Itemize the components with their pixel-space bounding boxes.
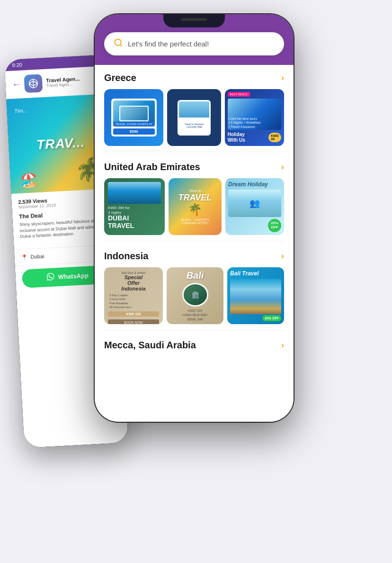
indonesia-section: Indonesia › bali tour & travel SpecialOf… (95, 243, 294, 328)
greece-header: Greece › (104, 73, 284, 83)
search-bar[interactable]: Let's find the perfect deal! (104, 32, 284, 55)
back-time: 9:20 (12, 62, 22, 68)
mecca-section: Mecca, Saudi Arabia › (95, 332, 294, 354)
main-phone: Let's find the perfect deal! Greece › (95, 14, 294, 422)
bali-label: Bali (187, 270, 204, 281)
greece-card-2[interactable]: Travel to Santorini+123-456-7890 (167, 89, 221, 146)
divider-2 (104, 241, 284, 241)
uae-card-3[interactable]: Dream Holiday 👥 20%OFF (225, 178, 284, 235)
svg-line-1 (33, 79, 34, 88)
mecca-arrow[interactable]: › (281, 340, 284, 350)
location-pin-icon: 📍 (21, 254, 28, 261)
greece-card-inner: TRAVEL TOURS STARTS AT $590 (111, 99, 157, 136)
search-placeholder: Let's find the perfect deal! (128, 40, 209, 48)
travel-big-text: TRAVEL (178, 193, 212, 203)
greece-photo-2: Travel to Santorini+123-456-7890 (178, 100, 211, 136)
special-offer-title: SpecialOfferIndonesia (108, 274, 159, 291)
time-to-text: Time to (178, 189, 212, 193)
hero-label: Tim... (14, 108, 27, 114)
greece-cards: TRAVEL TOURS STARTS AT $590 (104, 89, 284, 146)
indo-details: · 3 Day 2 nights · Luxury Hotel · Free B… (108, 293, 159, 309)
uae-card-2[interactable]: Time to TRAVEL 🌴 DUBAI · 4 NIGHTSKHAIRAN… (169, 178, 222, 235)
greece-card-3[interactable]: BEST DEALS • Get the best tours• 3 Night… (225, 89, 284, 146)
greece-title: Greece (104, 73, 136, 83)
phone-notch (163, 14, 225, 27)
indonesia-arrow[interactable]: › (281, 251, 284, 261)
hero-title: TRAV... (36, 135, 85, 153)
dream-holiday-text: Dream Holiday (228, 181, 281, 188)
indo-card-1[interactable]: bali tour & travel SpecialOfferIndonesia… (104, 267, 163, 324)
mecca-title: Mecca, Saudi Arabia (104, 340, 196, 351)
discount-badge: 20%OFF (268, 219, 281, 232)
uae-card-1[interactable]: KWD 299 for3 nights DUBAITRAVEL (104, 178, 165, 235)
location-name: Dubai (30, 254, 44, 260)
svg-point-2 (115, 39, 121, 45)
greece-card-1[interactable]: TRAVEL TOURS STARTS AT $590 (104, 89, 163, 146)
greece-photo-1: TRAVEL TOURS STARTS AT (113, 100, 155, 127)
special-offer-label: bali tour & travel (108, 271, 159, 274)
main-phone-screen: Let's find the perfect deal! Greece › (95, 14, 294, 422)
uae-city-text: KWD 299 for3 nights (108, 206, 161, 215)
pink-badge: BEST DEALS (228, 92, 250, 97)
bali-temple-img: 🏛️ (182, 283, 208, 307)
greece-section: Greece › TRAV (95, 65, 294, 150)
indo-card-3[interactable]: Bali Travel 20% OFF (227, 267, 284, 324)
travel-logo (24, 74, 43, 93)
agency-info: Travel Agen... Travel Agen... (46, 76, 80, 88)
indo-card-2[interactable]: Bali 🏛️ KWD 220+0504-9519-596+@bali_bali (167, 267, 223, 324)
search-icon (114, 38, 123, 50)
bali-beach-img (230, 279, 281, 314)
back-arrow-icon[interactable]: ← (12, 79, 21, 90)
indonesia-header: Indonesia › (104, 251, 284, 262)
uae-title: United Arab Emirates (104, 162, 200, 173)
uae-section: United Arab Emirates › KWD 299 for3 nigh… (95, 154, 294, 239)
mecca-header: Mecca, Saudi Arabia › (104, 340, 284, 351)
indonesia-title: Indonesia (104, 251, 148, 262)
phone-speaker (181, 18, 207, 21)
svg-line-3 (120, 45, 122, 46)
greece-arrow[interactable]: › (281, 73, 284, 83)
greece-card2-content: Travel to Santorini+123-456-7890 (178, 100, 211, 136)
uae-cards: KWD 299 for3 nights DUBAITRAVEL Time to … (104, 178, 284, 235)
divider-1 (104, 152, 284, 152)
whatsapp-icon (46, 272, 54, 282)
uae-arrow[interactable]: › (281, 162, 284, 172)
indonesia-cards: bali tour & travel SpecialOfferIndonesia… (104, 267, 284, 324)
travel-palm-icon: 🌴 (178, 203, 212, 216)
beach-icon: 🏖️ (19, 171, 38, 189)
uae-header: United Arab Emirates › (104, 162, 284, 173)
uae-city-title: DUBAITRAVEL (108, 215, 161, 229)
divider-3 (104, 330, 284, 330)
bali-travel-label: Bali Travel (230, 270, 281, 277)
app-content: Greece › TRAV (95, 65, 294, 422)
book-now-btn[interactable]: BOOK NOW (108, 319, 159, 324)
greece-card1-overlay: TRAVEL TOURS STARTS AT (113, 122, 155, 127)
greece-price: $590 (113, 128, 155, 135)
whatsapp-label: WhatsApp (58, 272, 89, 280)
